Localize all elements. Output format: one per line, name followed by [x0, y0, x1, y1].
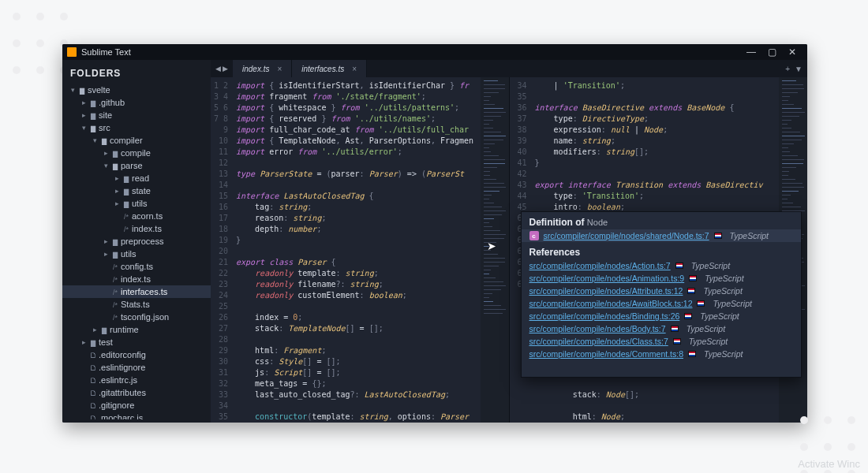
reference-entry[interactable]: src/compiler/compile/nodes/Action.ts:7Ty… [522, 259, 801, 272]
disclosure-icon[interactable]: ▸ [102, 250, 110, 258]
file-row[interactable]: index.ts [62, 222, 211, 235]
folder-row[interactable]: ▾src [62, 121, 211, 134]
folder-row[interactable]: ▸utils [62, 197, 211, 210]
folders-sidebar[interactable]: FOLDERS ▾svelte▸.github▸site▾src▾compile… [62, 60, 211, 423]
reference-entry[interactable]: src/compiler/compile/nodes/Animation.ts:… [522, 272, 801, 285]
editor-pane-left[interactable]: 1 2 3 4 5 6 7 8 9 10 11 12 13 14 15 16 1… [211, 77, 509, 423]
reference-lang: TypeScript [705, 274, 743, 283]
disclosure-icon[interactable]: ▾ [102, 162, 110, 169]
reference-entry[interactable]: src/compiler/compile/nodes/Class.ts:7Typ… [522, 335, 801, 348]
folder-row[interactable]: ▸test [62, 336, 211, 348]
reference-lang: TypeScript [689, 337, 728, 346]
tree-item-label: .editorconfig [99, 350, 208, 359]
reference-entry[interactable]: src/compiler/compile/nodes/Comment.ts:8T… [522, 348, 801, 360]
tree-item-label: tsconfig.json [121, 312, 208, 322]
reference-entry[interactable]: src/compiler/compile/nodes/Binding.ts:26… [522, 310, 801, 322]
flag-icon [673, 338, 681, 345]
folder-row[interactable]: ▸.github [62, 96, 211, 109]
folder-icon [99, 326, 110, 334]
file-row[interactable]: config.ts [62, 260, 211, 273]
disclosure-icon[interactable]: ▸ [113, 199, 121, 207]
folder-row[interactable]: ▸utils [62, 248, 211, 260]
disclosure-icon[interactable]: ▾ [69, 86, 77, 94]
file-icon [88, 376, 99, 385]
tree-item-label: .github [99, 98, 208, 107]
folder-row[interactable]: ▸read [62, 172, 211, 184]
chevron-down-icon[interactable]: ▼ [795, 65, 803, 73]
definition-link[interactable]: src/compiler/compile/nodes/shared/Node.t… [544, 231, 709, 240]
tree-item-label: index.ts [121, 274, 208, 284]
flag-icon [689, 275, 697, 281]
disclosure-icon[interactable]: ▸ [113, 187, 121, 195]
chevron-left-icon[interactable]: ◀ [215, 65, 221, 73]
titlebar[interactable]: Sublime Text — ▢ ✕ [62, 44, 807, 60]
disclosure-icon[interactable]: ▸ [113, 174, 121, 182]
folder-row[interactable]: ▸preprocess [62, 235, 211, 248]
file-row[interactable]: .gitattributes [62, 386, 211, 399]
folder-icon [110, 237, 121, 246]
file-icon [121, 212, 132, 221]
folder-row[interactable]: ▾svelte [62, 84, 211, 96]
tree-item-label: config.ts [121, 262, 208, 271]
tree-item-label: .gitignore [99, 400, 208, 410]
close-icon[interactable]: × [352, 65, 357, 73]
file-row[interactable]: .editorconfig [62, 348, 211, 361]
tab-overflow[interactable]: + ▼ [780, 60, 807, 77]
editor-pane-right[interactable]: 34 35 36 37 38 39 40 41 42 43 44 45 62 6… [510, 77, 808, 423]
disclosure-icon[interactable]: ▸ [80, 99, 88, 106]
file-icon [88, 363, 99, 372]
disclosure-icon[interactable]: ▸ [80, 338, 88, 346]
reference-link[interactable]: src/compiler/compile/nodes/Attribute.ts:… [529, 286, 683, 296]
disclosure-icon[interactable]: ▾ [80, 124, 88, 132]
window-minimize-button[interactable]: — [741, 47, 761, 58]
file-row[interactable]: .eslintrc.js [62, 374, 211, 386]
file-row[interactable]: .mocharc.js [62, 412, 211, 419]
disclosure-icon[interactable]: ▸ [102, 149, 110, 157]
reference-link[interactable]: src/compiler/compile/nodes/AwaitBlock.ts… [529, 299, 693, 308]
tab-bar[interactable]: ◀▶ index.ts × interfaces.ts × + ▼ [211, 60, 807, 77]
window-close-button[interactable]: ✕ [782, 47, 803, 58]
plus-icon[interactable]: + [785, 65, 790, 73]
tab-0[interactable]: index.ts × [233, 60, 292, 77]
folder-icon [77, 86, 88, 95]
file-row[interactable]: interfaces.ts [62, 285, 211, 298]
tab-1[interactable]: interfaces.ts × [292, 60, 367, 77]
file-row[interactable]: Stats.ts [62, 298, 211, 311]
folder-row[interactable]: ▾parse [62, 159, 211, 172]
folder-icon [121, 187, 132, 196]
close-icon[interactable]: × [277, 65, 282, 73]
window-maximize-button[interactable]: ▢ [761, 47, 782, 58]
folder-row[interactable]: ▸state [62, 184, 211, 197]
file-row[interactable]: .eslintignore [62, 361, 211, 374]
reference-lang: TypeScript [704, 349, 743, 359]
definition-entry[interactable]: c src/compiler/compile/nodes/shared/Node… [522, 229, 801, 242]
reference-lang: TypeScript [703, 286, 742, 296]
reference-link[interactable]: src/compiler/compile/nodes/Class.ts:7 [529, 337, 668, 346]
reference-entry[interactable]: src/compiler/compile/nodes/Attribute.ts:… [522, 285, 801, 297]
file-row[interactable]: .gitignore [62, 399, 211, 412]
reference-link[interactable]: src/compiler/compile/nodes/Binding.ts:26 [529, 311, 680, 321]
disclosure-icon[interactable]: ▸ [80, 111, 88, 119]
disclosure-icon[interactable]: ▸ [91, 326, 99, 333]
tab-label: index.ts [242, 65, 269, 73]
file-row[interactable]: index.ts [62, 273, 211, 285]
reference-entry[interactable]: src/compiler/compile/nodes/Body.ts:7Type… [522, 322, 801, 335]
chevron-right-icon[interactable]: ▶ [223, 65, 228, 73]
disclosure-icon[interactable]: ▾ [91, 136, 99, 144]
file-row[interactable]: acorn.ts [62, 210, 211, 222]
folder-row[interactable]: ▸compile [62, 147, 211, 159]
definition-popup[interactable]: Definition of Node c src/compiler/compil… [521, 211, 802, 378]
code-view[interactable]: import { isIdentifierStart, isIdentifier… [233, 77, 481, 423]
folder-row[interactable]: ▸site [62, 109, 211, 121]
folder-row[interactable]: ▾compiler [62, 134, 211, 147]
reference-link[interactable]: src/compiler/compile/nodes/Animation.ts:… [529, 274, 685, 283]
reference-entry[interactable]: src/compiler/compile/nodes/AwaitBlock.ts… [522, 297, 801, 310]
disclosure-icon[interactable]: ▸ [102, 237, 110, 245]
tab-nav[interactable]: ◀▶ [211, 60, 233, 77]
reference-link[interactable]: src/compiler/compile/nodes/Body.ts:7 [529, 324, 666, 333]
reference-link[interactable]: src/compiler/compile/nodes/Comment.ts:8 [529, 349, 684, 359]
file-row[interactable]: tsconfig.json [62, 311, 211, 323]
reference-link[interactable]: src/compiler/compile/nodes/Action.ts:7 [529, 261, 671, 270]
tree-item-label: utils [132, 199, 208, 208]
folder-row[interactable]: ▸runtime [62, 323, 211, 336]
